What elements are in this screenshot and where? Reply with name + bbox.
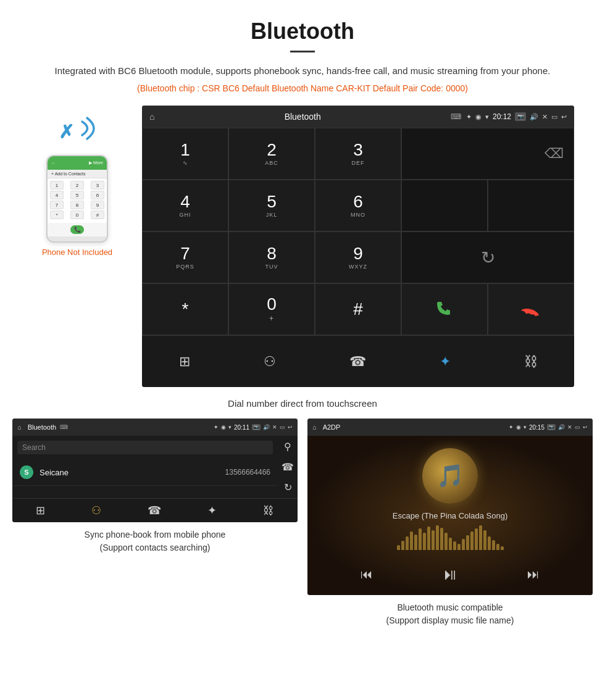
viz-bar: [410, 531, 413, 550]
viz-bar: [401, 541, 404, 550]
viz-bar: [488, 536, 491, 550]
contact-number: 13566664466: [225, 468, 270, 477]
search-placeholder[interactable]: Search: [22, 443, 268, 452]
phone-signal: ▶ More: [89, 160, 103, 165]
viz-bar: [462, 539, 465, 550]
close-icon: ✕: [542, 113, 548, 121]
skip-forward-button[interactable]: ⏭: [527, 567, 540, 581]
pb-screen-title: Bluetooth: [28, 423, 56, 431]
call-end-button[interactable]: [488, 283, 574, 335]
dial-key-7[interactable]: 7 PQRS: [142, 231, 228, 283]
phonebook-item[interactable]: S Seicane 13566664466: [12, 459, 278, 486]
phone-key-5: 5: [70, 191, 84, 199]
bt-status-icon: ✦: [466, 113, 472, 121]
dial-statusbar: ⌂ Bluetooth ⌨ ✦ ◉ ▾ 20:12 📷 🔊 ✕ ▭ ↩: [142, 106, 574, 128]
skip-back-button[interactable]: ⏮: [361, 567, 373, 581]
grid-icon[interactable]: ⊞: [179, 354, 190, 370]
viz-bar: [440, 528, 443, 550]
music-statusbar: ⌂ A2DP ✦ ◉ ▾ 20:15 📷 🔊 ✕ ▭ ↩: [307, 419, 593, 436]
pb-back-icon: ↩: [288, 424, 293, 430]
window-icon: ▭: [551, 113, 557, 121]
pb-camera-icon: 📷: [252, 424, 261, 430]
viz-bar: [492, 540, 495, 550]
pb-call-icon[interactable]: ☎: [148, 504, 161, 517]
bluetooth-signal: ✗: [52, 112, 102, 149]
music-home-icon: ⌂: [312, 423, 317, 431]
viz-bar: [501, 546, 504, 550]
contact-name: Seicane: [40, 468, 219, 477]
dial-key-3[interactable]: 3 DEF: [315, 128, 401, 180]
title-divider: [290, 51, 315, 52]
dial-keypad: 1 ∿ 2 ABC 3 DEF ⌫ 4 GHI 5 JKL: [142, 128, 574, 387]
music-time: 20:15: [529, 424, 544, 431]
backspace-icon[interactable]: ⌫: [544, 146, 564, 162]
music-bt-icon: ✦: [509, 424, 514, 430]
music-main-content: 🎵 Escape (The Pina Colada Song): [307, 436, 593, 595]
viz-bar: [397, 545, 400, 550]
dial-empty-2-5: [488, 180, 574, 231]
call-end-icon: [520, 301, 542, 318]
location-icon: ◉: [475, 113, 482, 121]
pb-grid-icon[interactable]: ⊞: [36, 504, 45, 517]
dial-key-6[interactable]: 6 MNO: [315, 180, 401, 231]
music-back-icon: ↩: [583, 424, 588, 430]
phone-key-9: 9: [91, 201, 104, 209]
pb-person-icon[interactable]: ⚇: [91, 504, 101, 517]
wifi-icon: ▾: [485, 113, 489, 121]
viz-bar: [414, 535, 417, 550]
search-row: Search: [17, 441, 273, 454]
play-pause-button[interactable]: ⏯: [442, 565, 458, 584]
pb-link-bottom-icon[interactable]: ⛓: [263, 504, 274, 517]
viz-bar: [453, 541, 456, 550]
viz-bar: [479, 525, 482, 550]
music-win-icon: ▭: [575, 424, 580, 430]
home-icon: ⌂: [149, 112, 154, 122]
phone-call-row: 📞: [48, 223, 107, 236]
viz-bar: [427, 527, 430, 550]
phonebook-body: Search S Seicane 13566664466 ⚲ ☎ ↻: [12, 436, 298, 498]
phone-icon[interactable]: ☎: [349, 354, 366, 370]
dial-key-1[interactable]: 1 ∿: [142, 128, 228, 180]
dial-key-4[interactable]: 4 GHI: [142, 180, 228, 231]
page-title: Bluetooth: [37, 19, 568, 44]
dial-key-8[interactable]: 8 TUV: [228, 231, 315, 283]
back-icon: ↩: [561, 113, 567, 121]
phone-key-0: 0: [70, 210, 84, 219]
phonebook-bottom-bar: ⊞ ⚇ ☎ ✦ ⛓: [12, 498, 298, 522]
pb-bt-icon: ✦: [214, 424, 219, 430]
dial-key-5[interactable]: 5 JKL: [228, 180, 315, 231]
bt-bottom-icon[interactable]: ✦: [440, 354, 451, 370]
music-screen: ⌂ A2DP ✦ ◉ ▾ 20:15 📷 🔊 ✕ ▭ ↩: [307, 419, 593, 595]
pb-phone-side-icon[interactable]: ☎: [282, 461, 294, 473]
phone-key-2: 2: [70, 181, 84, 190]
call-green-button[interactable]: [401, 283, 488, 335]
dial-key-2[interactable]: 2 ABC: [228, 128, 315, 180]
viz-bar: [470, 531, 474, 550]
dial-key-star[interactable]: *: [142, 283, 228, 335]
phonebook-screen-wrap: ⌂ Bluetooth ⌨ ✦ ◉ ▾ 20:11 📷 🔊 ✕ ▭ ↩: [12, 419, 298, 627]
pb-win-icon: ▭: [280, 424, 285, 430]
music-visualizer: [397, 525, 504, 550]
person-icon[interactable]: ⚇: [264, 354, 276, 370]
dial-key-9[interactable]: 9 WXYZ: [315, 231, 401, 283]
main-dial-section: ✗ ← ▶ More + Add to Contacts 1 2 3 4: [0, 106, 605, 387]
dial-display: ⌫: [401, 128, 574, 180]
bluetooth-icon: ✗: [59, 121, 74, 143]
refresh-icon[interactable]: ↻: [401, 231, 574, 283]
dial-key-0[interactable]: 0 +: [228, 283, 315, 335]
music-content-area: 🎵 Escape (The Pina Colada Song): [307, 436, 593, 595]
phone-key-7: 7: [50, 201, 64, 209]
viz-bar: [419, 528, 422, 550]
pb-wifi-icon: ▾: [228, 424, 232, 430]
viz-bar: [444, 533, 448, 550]
phone-key-1: 1: [50, 181, 64, 190]
viz-bar: [475, 528, 478, 550]
link-icon[interactable]: ⛓: [524, 354, 538, 370]
pb-refresh-side-icon[interactable]: ↻: [284, 481, 292, 493]
pb-bt-bottom-icon[interactable]: ✦: [207, 504, 217, 517]
pb-search-side-icon[interactable]: ⚲: [284, 441, 291, 452]
dial-bottom-bar: ⊞ ⚇ ☎ ✦ ⛓: [142, 335, 574, 387]
dial-key-hash[interactable]: #: [315, 283, 401, 335]
dial-caption: Dial number direct from touchscreen: [0, 393, 605, 419]
signal-arcs: [77, 112, 102, 146]
